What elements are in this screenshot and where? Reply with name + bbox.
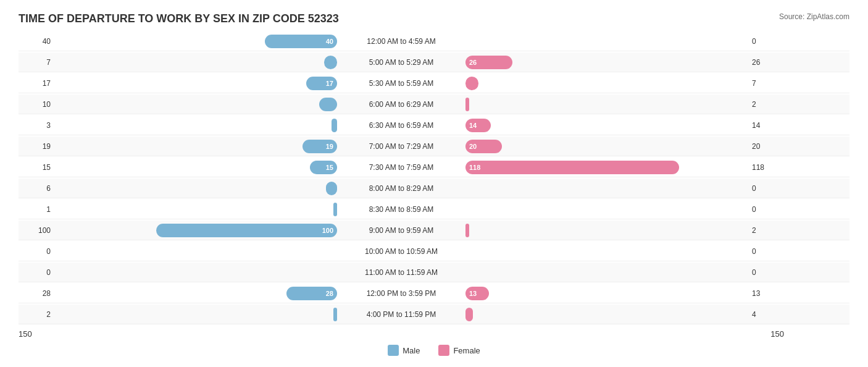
male-bar — [326, 182, 337, 195]
left-section: 3 — [19, 119, 340, 132]
axis-row: 150 150 — [19, 329, 849, 339]
female-value: 0 — [752, 37, 769, 46]
male-bar-container: 100 — [53, 224, 337, 237]
female-bar-label: 14 — [469, 122, 477, 129]
male-bar-container: 15 — [53, 161, 337, 174]
female-value: 118 — [752, 163, 769, 172]
male-bar-label: 15 — [326, 164, 333, 171]
male-bar-container — [53, 119, 337, 132]
male-value: 1 — [33, 205, 51, 214]
female-value: 0 — [752, 247, 769, 256]
male-value: 7 — [33, 58, 51, 67]
female-bar: 118 — [465, 161, 679, 174]
male-bar-container — [53, 98, 337, 111]
center-label: 12:00 AM to 4:59 AM — [340, 37, 463, 46]
female-bar-container — [465, 224, 749, 237]
male-value: 0 — [33, 247, 51, 256]
left-section: 2 — [19, 308, 340, 321]
table-row: 40 40 12:00 AM to 4:59 AM 0 — [19, 32, 849, 51]
male-value: 10 — [33, 100, 51, 109]
male-bar-container: 19 — [53, 140, 337, 153]
female-value: 0 — [752, 184, 769, 193]
male-bar-container: 17 — [53, 77, 337, 90]
chart-area: 40 40 12:00 AM to 4:59 AM 0 7 5:00 AM to… — [19, 32, 849, 324]
center-label: 4:00 PM to 11:59 PM — [340, 310, 463, 319]
female-value: 13 — [752, 289, 769, 298]
male-value: 40 — [33, 37, 51, 46]
right-section: 0 — [463, 184, 784, 193]
male-value: 6 — [33, 184, 51, 193]
female-value: 0 — [752, 268, 769, 277]
axis-left-label: 150 — [19, 329, 32, 339]
table-row: 100 100 9:00 AM to 9:59 AM 2 — [19, 221, 849, 240]
female-bar-container: 20 — [465, 140, 749, 153]
table-row: 1 8:30 AM to 8:59 AM 0 — [19, 200, 849, 219]
male-value: 2 — [33, 310, 51, 319]
female-bar-container: 118 — [465, 161, 749, 174]
left-section: 40 40 — [19, 35, 340, 48]
female-bar-container: 14 — [465, 119, 749, 132]
female-bar: 14 — [465, 119, 491, 132]
female-value: 4 — [752, 310, 769, 319]
center-label: 9:00 AM to 9:59 AM — [340, 226, 463, 235]
table-row: 3 6:30 AM to 6:59 AM 14 14 — [19, 116, 849, 135]
male-bar — [333, 203, 337, 216]
legend: Male Female — [19, 345, 849, 356]
female-value: 7 — [752, 79, 769, 88]
center-label: 6:30 AM to 6:59 AM — [340, 121, 463, 130]
table-row: 0 10:00 AM to 10:59 AM 0 — [19, 242, 849, 261]
female-legend-label: Female — [453, 346, 480, 355]
right-section: 4 — [463, 308, 784, 321]
table-row: 17 17 5:30 AM to 5:59 AM 7 — [19, 74, 849, 93]
male-bar-container: 40 — [53, 35, 337, 48]
left-section: 1 — [19, 203, 340, 216]
male-value: 19 — [33, 142, 51, 151]
male-bar-label: 100 — [322, 227, 333, 234]
male-bar-label: 19 — [326, 143, 333, 150]
male-bar-container — [53, 308, 337, 321]
left-section: 6 — [19, 182, 340, 195]
left-section: 10 — [19, 98, 340, 111]
male-bar: 19 — [303, 140, 337, 153]
male-legend-label: Male — [403, 346, 420, 355]
male-bar-container — [53, 56, 337, 69]
male-value: 3 — [33, 121, 51, 130]
female-bar: 20 — [465, 140, 502, 153]
table-row: 15 15 7:30 AM to 7:59 AM 118 118 — [19, 158, 849, 177]
male-bar — [319, 98, 337, 111]
axis-right: 150 — [463, 329, 784, 339]
right-section: 26 26 — [463, 56, 784, 69]
female-bar-container — [465, 308, 749, 321]
right-section: 2 — [463, 98, 784, 111]
table-row: 7 5:00 AM to 5:29 AM 26 26 — [19, 53, 849, 72]
male-bar: 15 — [310, 161, 337, 174]
right-section: 7 — [463, 77, 784, 90]
right-section: 14 14 — [463, 119, 784, 132]
female-bar-label: 20 — [469, 143, 477, 150]
male-value: 28 — [33, 289, 51, 298]
male-bar — [332, 119, 337, 132]
female-bar-label: 118 — [469, 164, 480, 171]
axis-right-label: 150 — [770, 329, 784, 339]
male-value: 100 — [33, 226, 51, 235]
left-section: 100 100 — [19, 224, 340, 237]
female-bar: 26 — [465, 56, 512, 69]
right-section: 0 — [463, 205, 784, 214]
chart-title: TIME OF DEPARTURE TO WORK BY SEX IN ZIP … — [19, 12, 849, 25]
female-value: 14 — [752, 121, 769, 130]
female-value: 20 — [752, 142, 769, 151]
female-value: 26 — [752, 58, 769, 67]
male-bar-container — [53, 203, 337, 216]
right-section: 0 — [463, 268, 784, 277]
right-section: 0 — [463, 37, 784, 46]
left-section: 28 28 — [19, 287, 340, 300]
female-bar-container — [465, 98, 749, 111]
left-section: 19 19 — [19, 140, 340, 153]
table-row: 19 19 7:00 AM to 7:29 AM 20 20 — [19, 137, 849, 156]
center-label: 11:00 AM to 11:59 AM — [340, 268, 463, 277]
female-bar — [465, 308, 473, 321]
male-bar-label: 40 — [326, 38, 333, 45]
left-section: 17 17 — [19, 77, 340, 90]
center-label: 5:30 AM to 5:59 AM — [340, 79, 463, 88]
female-bar — [465, 224, 469, 237]
